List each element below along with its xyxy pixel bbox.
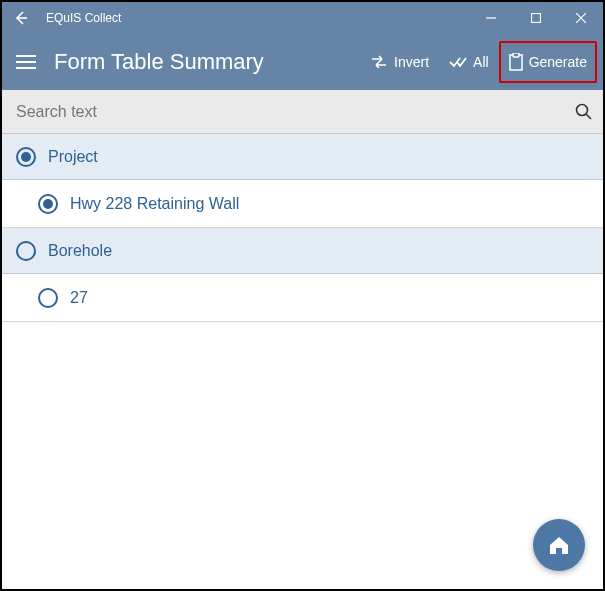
search-bar (2, 90, 603, 134)
generate-label: Generate (529, 54, 587, 70)
close-button[interactable] (558, 2, 603, 34)
check-all-icon (449, 56, 467, 68)
minimize-button[interactable] (468, 2, 513, 34)
list-item[interactable]: Hwy 228 Retaining Wall (2, 180, 603, 228)
toolbar: Form Table Summary Invert All Generate (2, 34, 603, 90)
title-bar: EQuIS Collect (2, 2, 603, 34)
item-label: Hwy 228 Retaining Wall (70, 195, 239, 213)
svg-point-10 (577, 104, 588, 115)
svg-line-11 (586, 114, 591, 119)
swap-icon (370, 55, 388, 69)
list-item[interactable]: 27 (2, 274, 603, 322)
all-button[interactable]: All (439, 42, 499, 82)
list: Project Hwy 228 Retaining Wall Borehole … (2, 134, 603, 322)
clipboard-icon (509, 53, 523, 71)
radio-unselected-icon (38, 288, 58, 308)
radio-selected-icon (38, 194, 58, 214)
home-icon (546, 532, 572, 558)
app-window: EQuIS Collect Form Table Summary Invert … (0, 0, 605, 591)
menu-button[interactable] (2, 34, 50, 90)
page-title: Form Table Summary (50, 49, 360, 75)
generate-button[interactable]: Generate (499, 41, 597, 83)
item-label: 27 (70, 289, 88, 307)
group-header-project[interactable]: Project (2, 134, 603, 180)
all-label: All (473, 54, 489, 70)
invert-button[interactable]: Invert (360, 42, 439, 82)
svg-rect-2 (531, 14, 540, 23)
window-title: EQuIS Collect (40, 11, 468, 25)
maximize-icon (531, 13, 541, 23)
hamburger-icon (16, 55, 36, 69)
close-icon (576, 13, 586, 23)
home-fab[interactable] (533, 519, 585, 571)
group-header-borehole[interactable]: Borehole (2, 228, 603, 274)
search-input[interactable] (16, 103, 575, 121)
back-button[interactable] (2, 2, 40, 34)
svg-rect-9 (513, 53, 519, 57)
group-label: Project (48, 148, 98, 166)
radio-unselected-icon (16, 241, 36, 261)
group-label: Borehole (48, 242, 112, 260)
invert-label: Invert (394, 54, 429, 70)
search-icon[interactable] (575, 103, 593, 121)
arrow-left-icon (13, 10, 29, 26)
minimize-icon (486, 13, 496, 23)
maximize-button[interactable] (513, 2, 558, 34)
radio-selected-icon (16, 147, 36, 167)
